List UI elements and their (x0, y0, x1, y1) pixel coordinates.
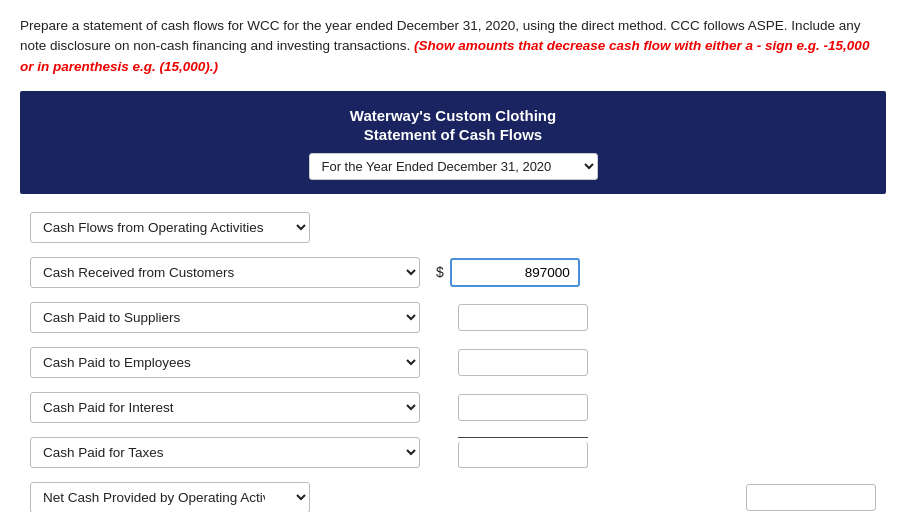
dollar-sign-3 (436, 354, 452, 370)
line-item-row-cash-received: Cash Received from Customers $ (30, 257, 876, 288)
cash-suppliers-input[interactable] (458, 304, 588, 331)
section-select[interactable]: Cash Flows from Operating Activities Cas… (30, 212, 310, 243)
statement-title: Statement of Cash Flows (40, 126, 866, 143)
cash-taxes-input[interactable] (458, 442, 588, 468)
section-row: Cash Flows from Operating Activities Cas… (30, 212, 876, 243)
dollar-sign-4 (436, 399, 452, 415)
form-area: Cash Flows from Operating Activities Cas… (20, 212, 886, 512)
cash-employees-select[interactable]: Cash Paid to Employees (30, 347, 420, 378)
subtotal-select[interactable]: Net Cash Provided by Operating Activitie… (30, 482, 310, 512)
line-item-row-cash-suppliers: Cash Paid to Suppliers (30, 302, 876, 333)
subtotal-row: Net Cash Provided by Operating Activitie… (30, 482, 876, 512)
dollar-sign-1: $ (436, 264, 444, 280)
subtotal-divider-line (458, 437, 588, 438)
line-item-row-cash-interest: Cash Paid for Interest (30, 392, 876, 423)
cash-interest-input[interactable] (458, 394, 588, 421)
period-select[interactable]: For the Year Ended December 31, 2020 (309, 153, 598, 180)
line-item-row-cash-employees: Cash Paid to Employees (30, 347, 876, 378)
cash-employees-input[interactable] (458, 349, 588, 376)
statement-header: Waterway's Custom Clothing Statement of … (20, 91, 886, 194)
cash-received-select[interactable]: Cash Received from Customers (30, 257, 420, 288)
cash-interest-select[interactable]: Cash Paid for Interest (30, 392, 420, 423)
line-item-row-cash-taxes: Cash Paid for Taxes (30, 437, 876, 468)
cash-received-input[interactable] (450, 258, 580, 287)
cash-taxes-select[interactable]: Cash Paid for Taxes (30, 437, 420, 468)
dollar-sign-5 (436, 444, 452, 460)
cash-suppliers-select[interactable]: Cash Paid to Suppliers (30, 302, 420, 333)
company-name: Waterway's Custom Clothing (40, 107, 866, 124)
subtotal-input[interactable] (746, 484, 876, 511)
instructions: Prepare a statement of cash flows for WC… (20, 16, 886, 77)
dollar-sign-2 (436, 309, 452, 325)
